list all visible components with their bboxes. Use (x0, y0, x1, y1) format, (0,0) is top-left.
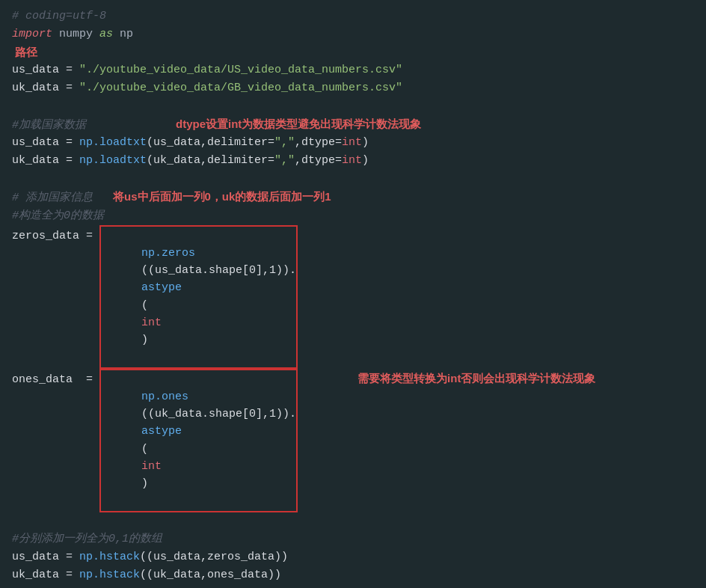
keyword-as: as (99, 25, 113, 43)
line-2: import numpy as np (12, 25, 694, 43)
line-uk-hstack: uk_data = np.hstack ((uk_data,ones_data)… (12, 566, 694, 584)
line-uk-loadtxt: uk_data = np.loadtxt (uk_data,delimiter=… (12, 152, 694, 170)
line-annotation-add-col: # 添加国家信息 将us中后面加一列0，uk的数据后面加一列1 (12, 188, 694, 206)
line-blank-4 (12, 584, 694, 589)
line-ones-data: ones_data = np.ones ((uk_data.shape[0],1… (12, 369, 694, 512)
line-us-hstack: us_data = np.hstack ((us_data,zeros_data… (12, 548, 694, 566)
line-blank-2 (12, 170, 694, 188)
annotation-path: 路径 (15, 43, 37, 61)
line-comment-zeros: #构造全为0的数据 (12, 207, 694, 225)
comment-coding: # coding=utf-8 (12, 7, 106, 25)
line-us-data-path: us_data = "./youtube_video_data/US_video… (12, 61, 694, 79)
line-zeros-data: zeros_data = np.zeros ((us_data.shape[0]… (12, 225, 694, 369)
box-np-ones: np.ones ((uk_data.shape[0],1)). astype (… (99, 369, 298, 512)
line-1: # coding=utf-8 (12, 7, 694, 25)
line-uk-data-path: uk_data = "./youtube_video_data/GB_video… (12, 79, 694, 97)
line-us-loadtxt: us_data = np.loadtxt (us_data,delimiter=… (12, 134, 694, 152)
line-blank-1 (12, 97, 694, 115)
line-annotation-path: 路径 (12, 43, 694, 61)
code-editor: # coding=utf-8 import numpy as np 路径 us_… (0, 0, 706, 588)
keyword-import: import (12, 25, 52, 43)
line-comment-hstack: #分别添加一列全为0,1的数组 (12, 530, 694, 548)
line-comment-load: #加载国家数据 dtype设置int为数据类型避免出现科学计数法现象 (12, 115, 694, 134)
box-np-zeros: np.zeros ((us_data.shape[0],1)). astype … (99, 225, 298, 369)
line-blank-3 (12, 512, 694, 530)
